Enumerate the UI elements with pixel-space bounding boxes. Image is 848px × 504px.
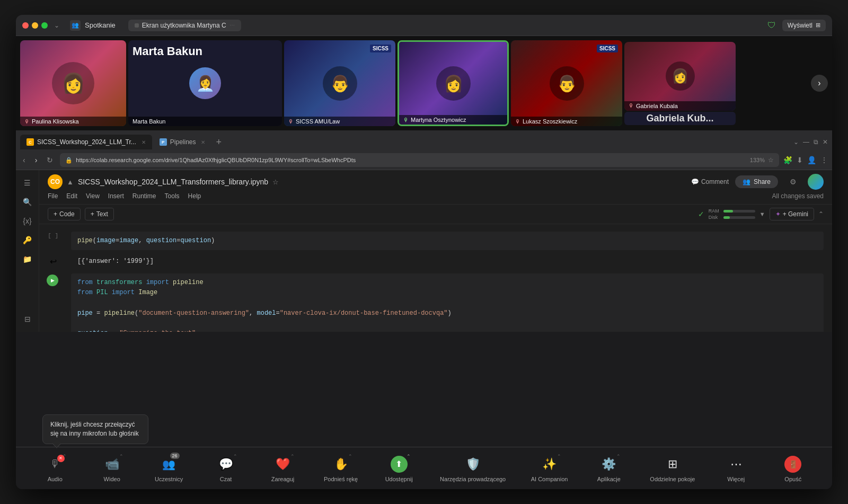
profile-icon[interactable]: 👤 bbox=[807, 156, 816, 164]
sidebar-search-icon[interactable]: 🔍 bbox=[19, 193, 36, 210]
react-icon: ❤️ bbox=[276, 457, 290, 471]
browser-tab-colab[interactable]: C SICSS_Workshop_2024_LLM_Tr... ✕ bbox=[20, 135, 152, 149]
sidebar-terminal-icon[interactable]: ⊟ bbox=[19, 311, 36, 328]
drive-icon: ▲ bbox=[67, 178, 74, 186]
cell-1-content[interactable]: pipe(image=image, question=question) bbox=[63, 229, 832, 252]
close-window-icon[interactable]: ✕ bbox=[823, 138, 828, 146]
video-chevron-icon[interactable]: ⌃ bbox=[119, 454, 123, 459]
notebook-star-icon[interactable]: ☆ bbox=[272, 178, 279, 186]
menu-help[interactable]: Help bbox=[188, 192, 201, 200]
toolbar-audio[interactable]: 🎙 ✕ ⌃ Audio bbox=[39, 455, 71, 482]
download-icon[interactable]: ⬇ bbox=[797, 156, 803, 164]
cell-2-content[interactable]: from transformers import pipeline from P… bbox=[63, 271, 832, 332]
sidebar-secrets-icon[interactable]: 🔑 bbox=[19, 232, 36, 249]
toolbar-breakout-rooms[interactable]: ⊞ Oddzielne pokoje bbox=[650, 455, 695, 482]
colab-tab-close[interactable]: ✕ bbox=[142, 139, 146, 145]
apps-chevron-icon[interactable]: ⌃ bbox=[616, 454, 621, 459]
toolbar-leave[interactable]: 🚪 Opuść bbox=[777, 455, 809, 482]
plus-icon: + bbox=[54, 210, 57, 218]
video-strip-next-button[interactable]: › bbox=[811, 75, 828, 92]
notebook-header-right: 💬 Comment 👥 Share ⚙ bbox=[691, 173, 824, 190]
share-chevron-icon[interactable]: ⌃ bbox=[407, 454, 411, 459]
star-bookmark-icon[interactable]: ☆ bbox=[768, 156, 774, 164]
pipelines-tab-close[interactable]: ✕ bbox=[201, 139, 205, 145]
video-tile-martyna[interactable]: 👩 🎙 Martyna Osztynowicz bbox=[398, 40, 509, 126]
minimize-button[interactable] bbox=[32, 22, 38, 29]
toolbar-raise-hand[interactable]: ✋ ⌃ Podnieś rękę bbox=[324, 455, 358, 482]
leave-icon: 🚪 bbox=[789, 460, 798, 468]
comment-label: Comment bbox=[701, 178, 729, 185]
runtime-dropdown-button[interactable]: ▼ bbox=[759, 211, 765, 217]
toolbar-react[interactable]: ❤️ ⌃ Zareaguj bbox=[267, 455, 299, 482]
refresh-button[interactable]: ↻ bbox=[44, 154, 56, 166]
participants-chevron-icon[interactable]: ⌃ bbox=[176, 454, 181, 459]
toolbar-video[interactable]: 📹 ⌃ Wideo bbox=[96, 455, 128, 482]
sidebar-variables-icon[interactable]: {x} bbox=[19, 213, 36, 229]
breakout-icon: ⊞ bbox=[668, 457, 677, 471]
toolbar-apps[interactable]: ⚙️ ⌃ Aplikacje bbox=[593, 455, 625, 482]
chat-chevron-icon[interactable]: ⌃ bbox=[233, 454, 237, 459]
react-chevron-icon[interactable]: ⌃ bbox=[290, 454, 295, 459]
sidebar-toc-icon[interactable]: ☰ bbox=[19, 174, 36, 191]
address-bar[interactable]: 🔒 https://colab.research.google.com/driv… bbox=[60, 153, 779, 167]
share-button[interactable]: 👥 Share bbox=[735, 175, 778, 188]
leave-btn-bg: 🚪 bbox=[784, 456, 801, 473]
share-icon-bg: ⬆ bbox=[391, 456, 408, 473]
tab-list-icon[interactable]: ⌄ bbox=[793, 138, 799, 146]
disk-fill bbox=[723, 216, 730, 219]
toolbar-participants[interactable]: 👥 26 ⌃ Uczestnicy bbox=[153, 455, 185, 482]
restore-window-icon[interactable]: ⧉ bbox=[814, 138, 818, 146]
new-tab-button[interactable]: + bbox=[213, 137, 225, 148]
forward-button[interactable]: › bbox=[32, 154, 40, 166]
output-1-icon: ↩ bbox=[50, 257, 58, 267]
collapse-panels-button[interactable]: ⌃ bbox=[818, 210, 824, 218]
window-chevron-icon[interactable]: ⌄ bbox=[54, 22, 59, 29]
host-tools-icon-wrapper: 🛡️ bbox=[463, 455, 482, 474]
raise-hand-chevron-icon[interactable]: ⌃ bbox=[348, 454, 352, 459]
back-button[interactable]: ‹ bbox=[20, 154, 28, 166]
video-tile-paulina[interactable]: 👩 🎙 Paulina Klisowska bbox=[20, 40, 126, 126]
close-button[interactable] bbox=[22, 22, 29, 29]
sidebar-files-icon[interactable]: 📁 bbox=[19, 251, 36, 268]
add-code-button[interactable]: + Code bbox=[48, 208, 81, 220]
toolbar-chat[interactable]: 💬 ⌃ Czat bbox=[210, 455, 242, 482]
lock-icon: 🔒 bbox=[65, 157, 73, 164]
video-tile-lukasz[interactable]: 👨 SICSS 🎙 Lukasz Szoszkiewicz bbox=[511, 40, 622, 126]
mic-icon-lukasz: 🎙 bbox=[515, 119, 520, 125]
settings-icon[interactable]: ⚙ bbox=[784, 173, 801, 190]
video-tile-marta[interactable]: 👩‍💼 Marta Bakun Marta Bakun bbox=[128, 40, 282, 126]
video-tile-gabriela[interactable]: 👩 🎙 Gabriela Kubala bbox=[624, 42, 736, 111]
menu-runtime[interactable]: Runtime bbox=[132, 192, 156, 200]
ram-disk-bars: RAM Disk bbox=[709, 208, 755, 220]
menu-tools[interactable]: Tools bbox=[165, 192, 180, 200]
menu-insert[interactable]: Insert bbox=[108, 192, 124, 200]
tab-options-icon[interactable]: ⋯ bbox=[229, 22, 235, 28]
output-1-text: [{'answer': '1999'}] bbox=[71, 255, 824, 267]
cell-2-run-button[interactable]: ▶ bbox=[47, 275, 58, 286]
extensions-icon[interactable]: 🧩 bbox=[783, 156, 792, 164]
toolbar-more[interactable]: ⋯ Więcej bbox=[720, 455, 752, 482]
display-button[interactable]: Wyświetl ⊞ bbox=[782, 20, 826, 31]
menu-edit[interactable]: Edit bbox=[66, 192, 77, 200]
audio-icon: 🎙 ✕ bbox=[46, 455, 65, 474]
comment-button[interactable]: 💬 Comment bbox=[691, 178, 729, 185]
browser-menu-icon[interactable]: ⋮ bbox=[820, 156, 828, 164]
toolbar-host-tools[interactable]: 🛡️ Narzędzia prowadzącego bbox=[440, 455, 506, 482]
notebook-header: CO ▲ SICSS_Workshop_2024_LLM_Transformer… bbox=[39, 170, 832, 205]
gemini-button[interactable]: ✦ + Gemini bbox=[770, 208, 814, 220]
maximize-button[interactable] bbox=[41, 22, 48, 29]
video-tile-sicss[interactable]: 👨 SICSS 🎙 SICSS AMU/Law bbox=[284, 40, 395, 126]
minimize-window-icon[interactable]: — bbox=[803, 138, 809, 146]
active-tab[interactable]: Ekran użytkownika Martyna C ⋯ bbox=[128, 20, 241, 31]
add-text-button[interactable]: + Text bbox=[85, 208, 114, 220]
menu-view[interactable]: View bbox=[86, 192, 100, 200]
menu-file[interactable]: File bbox=[48, 192, 58, 200]
toolbar-share[interactable]: ⬆ ⌃ Udostępnij bbox=[383, 455, 415, 482]
browser-tab-pipelines[interactable]: P Pipelines ✕ bbox=[153, 135, 212, 149]
user-avatar[interactable] bbox=[808, 174, 824, 190]
toolbar-ai-companion[interactable]: ✨ ⌃ AI Companion bbox=[531, 455, 568, 482]
notebook-title: SICSS_Workshop_2024_LLM_Transformers_lib… bbox=[78, 178, 268, 186]
ai-companion-chevron-icon[interactable]: ⌃ bbox=[557, 454, 561, 459]
audio-chevron-icon[interactable]: ⌃ bbox=[63, 454, 67, 459]
connected-icon: ✓ bbox=[698, 210, 704, 218]
